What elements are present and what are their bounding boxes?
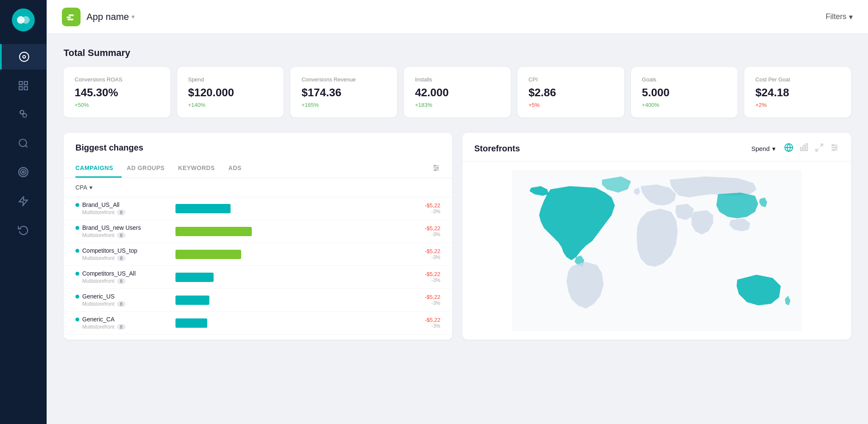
campaign-badge: 8 bbox=[117, 278, 125, 284]
summary-card-spend: Spend $120.000 +140% bbox=[177, 67, 284, 117]
campaign-bar bbox=[175, 204, 231, 213]
spend-dropdown[interactable]: Spend ▾ bbox=[751, 145, 776, 153]
card-value: 145.30% bbox=[75, 86, 159, 99]
status-dot bbox=[75, 226, 79, 230]
header: App name ▾ Filters ▾ bbox=[47, 0, 868, 34]
card-label: CPI bbox=[529, 76, 613, 83]
tab-settings-icon[interactable] bbox=[423, 164, 440, 174]
campaign-name: Generic_CA bbox=[75, 316, 169, 323]
world-map bbox=[462, 162, 851, 340]
sidebar-item-history[interactable] bbox=[0, 217, 47, 243]
summary-card-cpi: CPI $2.86 +5% bbox=[517, 67, 624, 117]
storefront-view-icons bbox=[784, 143, 839, 154]
card-label: Cost Per Goal bbox=[755, 76, 840, 83]
map-settings-icon[interactable] bbox=[830, 143, 839, 154]
campaign-value: -$5,22 bbox=[406, 294, 440, 300]
bar-chart-icon[interactable] bbox=[799, 143, 809, 154]
campaign-bar bbox=[175, 273, 214, 282]
table-row[interactable]: Competitors_US_All Multistorefront 8 -$5… bbox=[64, 266, 452, 289]
svg-point-37 bbox=[833, 149, 835, 151]
sidebar-item-grid[interactable] bbox=[0, 73, 47, 98]
sidebar-item-search[interactable] bbox=[0, 131, 47, 156]
campaign-name: Generic_US bbox=[75, 293, 169, 300]
svg-point-36 bbox=[835, 147, 837, 148]
svg-line-30 bbox=[820, 144, 823, 147]
svg-rect-6 bbox=[19, 86, 22, 90]
svg-rect-4 bbox=[19, 81, 22, 85]
card-change: +400% bbox=[642, 102, 727, 108]
campaign-name: Brand_US_All bbox=[75, 201, 169, 208]
svg-point-9 bbox=[23, 114, 27, 117]
globe-icon[interactable] bbox=[784, 143, 793, 154]
card-change: +2% bbox=[755, 102, 840, 108]
spend-chevron-icon: ▾ bbox=[772, 145, 776, 153]
bar-container bbox=[169, 227, 406, 236]
campaign-sub: Multistorefront 8 bbox=[75, 324, 169, 330]
sidebar-item-goals[interactable] bbox=[0, 159, 47, 185]
sidebar-logo[interactable] bbox=[12, 8, 35, 31]
app-icon bbox=[62, 8, 81, 26]
campaign-values: -$5,22 -3% bbox=[406, 294, 440, 306]
card-value: $120.000 bbox=[188, 86, 273, 99]
storefronts-title: Storefronts bbox=[474, 144, 520, 153]
card-label: Conversions Revenue bbox=[301, 76, 386, 83]
campaign-badge: 8 bbox=[117, 324, 125, 330]
app-name-label: App name bbox=[86, 11, 129, 22]
tab-campaigns[interactable]: CAMPAIGNS bbox=[75, 159, 122, 178]
storefronts-header: Storefronts Spend ▾ bbox=[462, 133, 851, 162]
cpa-filter[interactable]: CPA ▾ bbox=[64, 178, 452, 197]
card-value: 5.000 bbox=[642, 86, 727, 99]
table-row[interactable]: Competitors_US_top Multistorefront 8 -$5… bbox=[64, 243, 452, 266]
campaign-values: -$5,22 -3% bbox=[406, 225, 440, 237]
tab-ad-groups[interactable]: AD GROUPS bbox=[127, 159, 173, 178]
campaign-sub: Multistorefront 8 bbox=[75, 209, 169, 215]
table-row[interactable]: Generic_CA Multistorefront 8 -$5,22 -3% bbox=[64, 312, 452, 335]
filters-button[interactable]: Filters ▾ bbox=[826, 12, 853, 22]
campaign-values: -$5,22 -3% bbox=[406, 271, 440, 283]
tab-ads[interactable]: ADS bbox=[228, 159, 250, 178]
bar-container bbox=[169, 250, 406, 259]
svg-rect-29 bbox=[806, 144, 808, 151]
svg-point-3 bbox=[23, 56, 26, 59]
svg-rect-5 bbox=[24, 81, 28, 85]
campaign-sub: Multistorefront 8 bbox=[75, 232, 169, 238]
campaign-bar bbox=[175, 250, 241, 259]
card-change: +183% bbox=[415, 102, 500, 108]
campaign-badge: 8 bbox=[117, 255, 125, 261]
tab-keywords[interactable]: KEYWORDS bbox=[178, 159, 223, 178]
campaign-bar bbox=[175, 296, 209, 305]
campaign-rows-container: Brand_US_All Multistorefront 8 -$5,22 -3… bbox=[64, 197, 452, 335]
sidebar-item-lightning[interactable] bbox=[0, 188, 47, 214]
summary-card-conversions-revenue: Conversions Revenue $174.36 +165% bbox=[290, 67, 397, 117]
table-row[interactable]: Brand_US_new Users Multistorefront 8 -$5… bbox=[64, 220, 452, 243]
app-name-chevron-icon: ▾ bbox=[131, 13, 135, 21]
expand-icon[interactable] bbox=[815, 143, 824, 154]
cpa-filter-label: CPA bbox=[75, 184, 87, 191]
summary-card-cost-per-goal: Cost Per Goal $24.18 +2% bbox=[744, 67, 851, 117]
svg-point-23 bbox=[437, 167, 438, 168]
total-summary-title: Total Summary bbox=[64, 47, 851, 59]
table-row[interactable]: Brand_US_All Multistorefront 8 -$5,22 -3… bbox=[64, 197, 452, 220]
card-value: $174.36 bbox=[301, 86, 386, 99]
svg-rect-27 bbox=[801, 148, 802, 151]
svg-rect-7 bbox=[24, 86, 28, 90]
sidebar-item-segments[interactable] bbox=[0, 102, 47, 127]
campaign-value: -$5,22 bbox=[406, 317, 440, 323]
svg-rect-28 bbox=[803, 145, 805, 151]
card-value: $24.18 bbox=[755, 86, 840, 99]
status-dot bbox=[75, 203, 79, 207]
svg-point-14 bbox=[21, 170, 26, 175]
bar-container bbox=[169, 296, 406, 305]
campaign-pct: -3% bbox=[406, 277, 440, 283]
svg-point-15 bbox=[22, 171, 24, 173]
app-name-selector[interactable]: App name ▾ bbox=[86, 11, 135, 22]
summary-card-goals: Goals 5.000 +400% bbox=[631, 67, 738, 117]
svg-point-35 bbox=[832, 145, 834, 146]
world-map-svg bbox=[471, 170, 843, 331]
table-row[interactable]: Generic_US Multistorefront 8 -$5,22 -3% bbox=[64, 289, 452, 312]
cpa-chevron-icon: ▾ bbox=[89, 184, 92, 191]
svg-rect-16 bbox=[67, 17, 71, 18]
sidebar-item-dashboard[interactable] bbox=[0, 44, 47, 70]
campaign-sub: Multistorefront 8 bbox=[75, 278, 169, 284]
bar-container bbox=[169, 204, 406, 213]
